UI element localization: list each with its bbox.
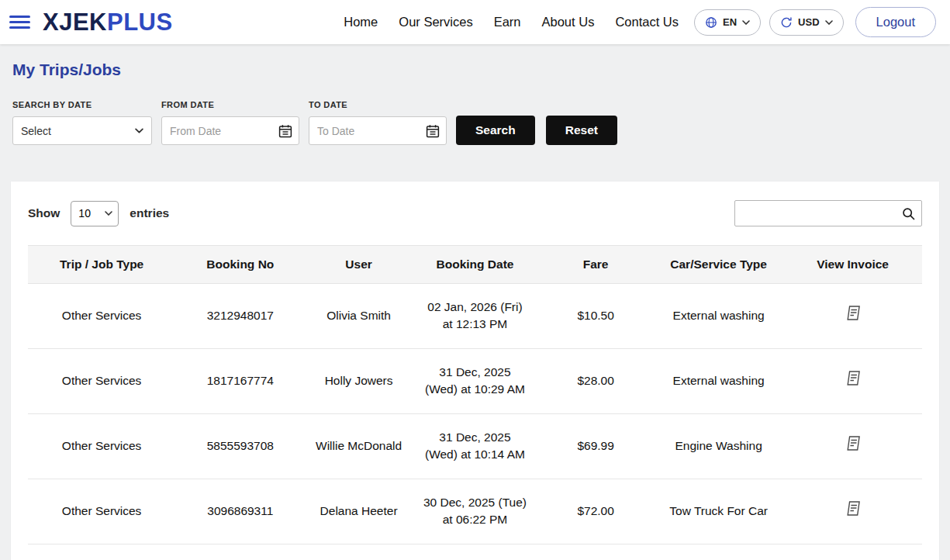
nav-link-our-services[interactable]: Our Services bbox=[399, 15, 472, 29]
column-header: Trip / Job Type bbox=[28, 246, 175, 284]
filter-bar: SEARCH BY DATE Select FROM DATE TO DATE … bbox=[0, 79, 950, 162]
search-by-date-select-wrap: Select bbox=[12, 116, 152, 145]
chevron-down-icon bbox=[742, 20, 750, 25]
to-date-wrap bbox=[309, 116, 447, 145]
column-header: Booking No bbox=[175, 246, 305, 284]
view-invoice-button[interactable] bbox=[845, 500, 862, 523]
cell-booking-date: 02 Jan, 2026 (Fri)at 12:13 PM bbox=[413, 284, 537, 349]
view-invoice-button[interactable] bbox=[845, 369, 862, 392]
show-label: Show bbox=[28, 206, 60, 220]
cell-view-invoice bbox=[783, 348, 922, 413]
invoice-icon bbox=[845, 304, 862, 323]
from-date-label: FROM DATE bbox=[161, 100, 299, 109]
logo-part-2: PLUS bbox=[107, 9, 173, 36]
cell-fare: $72.00 bbox=[537, 479, 654, 544]
logo-part-1: XJEK bbox=[43, 9, 107, 36]
nav-link-home[interactable]: Home bbox=[344, 15, 378, 29]
trips-table-card: Show 10 entries Trip / Job TypeBooking N… bbox=[11, 181, 939, 560]
cell-trip-type: Other Services bbox=[28, 348, 175, 413]
currency-selector[interactable]: USD bbox=[769, 9, 843, 36]
cell-service-type: External washing bbox=[654, 348, 783, 413]
language-value: EN bbox=[723, 16, 737, 28]
to-date-label: TO DATE bbox=[309, 100, 447, 109]
cell-view-invoice bbox=[783, 479, 922, 544]
cell-trip-type: Other Services bbox=[28, 284, 175, 349]
table-row: Other Services5855593708Willie McDonald3… bbox=[28, 413, 922, 479]
cell-view-invoice bbox=[783, 413, 922, 479]
cell-fare: $28.00 bbox=[537, 348, 654, 413]
entries-select-wrap: 10 bbox=[71, 201, 119, 226]
table-search-input[interactable] bbox=[735, 201, 921, 226]
hamburger-menu-icon[interactable] bbox=[9, 16, 30, 29]
currency-value: USD bbox=[798, 16, 819, 28]
search-button[interactable]: Search bbox=[456, 116, 535, 145]
table-search-wrap bbox=[734, 200, 922, 226]
cell-booking-no: 3096869311 bbox=[175, 479, 305, 544]
invoice-icon bbox=[845, 369, 862, 388]
table-row: Other Services1817167774Holly Jowers31 D… bbox=[28, 348, 922, 413]
navbar: XJEKPLUS HomeOur ServicesEarnAbout UsCon… bbox=[0, 0, 950, 44]
nav-links: HomeOur ServicesEarnAbout UsContact Us bbox=[344, 15, 679, 29]
cell-booking-date: 31 Dec, 2025(Wed) at 10:14 AM bbox=[413, 413, 537, 479]
table-body: Other Services3212948017Olivia Smith02 J… bbox=[28, 284, 922, 544]
cell-booking-date: 30 Dec, 2025 (Tue)at 06:22 PM bbox=[413, 479, 537, 544]
from-date-wrap bbox=[161, 116, 299, 145]
table-controls: Show 10 entries bbox=[28, 200, 922, 226]
calendar-icon[interactable] bbox=[278, 124, 292, 138]
column-header: View Invoice bbox=[783, 246, 922, 284]
app-logo[interactable]: XJEKPLUS bbox=[43, 9, 173, 36]
invoice-icon bbox=[845, 434, 862, 453]
column-header: User bbox=[305, 246, 412, 284]
view-invoice-button[interactable] bbox=[845, 434, 862, 458]
table-row: Other Services3096869311Delana Heeter30 … bbox=[28, 479, 922, 544]
cell-fare: $69.99 bbox=[537, 413, 654, 479]
cell-fare: $10.50 bbox=[537, 284, 654, 349]
cell-view-invoice bbox=[783, 284, 922, 349]
cell-user: Olivia Smith bbox=[305, 284, 412, 349]
invoice-icon bbox=[845, 500, 862, 518]
column-header: Booking Date bbox=[413, 246, 537, 284]
column-header: Car/Service Type bbox=[654, 246, 783, 284]
table-row: Other Services3212948017Olivia Smith02 J… bbox=[28, 284, 922, 349]
logout-button[interactable]: Logout bbox=[855, 7, 936, 37]
language-icon bbox=[705, 16, 717, 29]
cell-trip-type: Other Services bbox=[28, 479, 175, 544]
table-header-row: Trip / Job TypeBooking NoUserBooking Dat… bbox=[28, 246, 922, 284]
language-selector[interactable]: EN bbox=[694, 9, 761, 36]
cell-service-type: Engine Washing bbox=[654, 413, 783, 479]
currency-exchange-icon bbox=[780, 16, 793, 29]
nav-link-earn[interactable]: Earn bbox=[494, 15, 521, 29]
cell-user: Delana Heeter bbox=[305, 479, 412, 544]
cell-booking-no: 1817167774 bbox=[175, 348, 305, 413]
search-by-date-select[interactable]: Select bbox=[13, 117, 151, 144]
search-by-date-label: SEARCH BY DATE bbox=[12, 100, 152, 109]
trips-table: Trip / Job TypeBooking NoUserBooking Dat… bbox=[28, 245, 922, 544]
view-invoice-button[interactable] bbox=[845, 304, 862, 327]
cell-user: Holly Jowers bbox=[305, 348, 412, 413]
cell-user: Willie McDonald bbox=[305, 413, 412, 479]
entries-label: entries bbox=[130, 206, 169, 220]
cell-trip-type: Other Services bbox=[28, 413, 175, 479]
cell-booking-date: 31 Dec, 2025(Wed) at 10:29 AM bbox=[413, 348, 537, 413]
calendar-icon[interactable] bbox=[426, 124, 440, 138]
reset-button[interactable]: Reset bbox=[546, 116, 617, 145]
page-title: My Trips/Jobs bbox=[0, 44, 950, 79]
column-header: Fare bbox=[537, 246, 654, 284]
entries-per-page-select[interactable]: 10 bbox=[71, 202, 118, 226]
nav-link-contact-us[interactable]: Contact Us bbox=[615, 15, 679, 29]
nav-link-about-us[interactable]: About Us bbox=[542, 15, 595, 29]
chevron-down-icon bbox=[825, 20, 833, 25]
cell-booking-no: 5855593708 bbox=[175, 413, 305, 479]
cell-booking-no: 3212948017 bbox=[175, 284, 305, 349]
cell-service-type: External washing bbox=[654, 284, 783, 349]
cell-service-type: Tow Truck For Car bbox=[654, 479, 783, 544]
search-icon[interactable] bbox=[902, 207, 915, 220]
